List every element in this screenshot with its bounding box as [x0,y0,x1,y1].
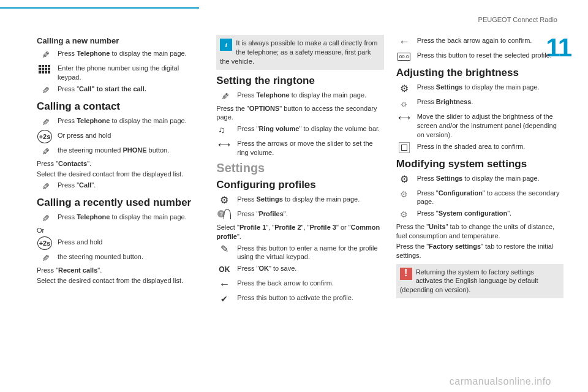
step-text: Press Telephone to display the main page… [58,48,204,58]
step-text: Press in the shaded area to confirm. [417,141,564,151]
step-text: Press the back arrow again to confirm. [417,35,564,45]
telephone-icon [37,48,53,61]
step-text: Press this button to enter a name for th… [237,243,383,262]
step-text: Press "Ring volume" to display the volum… [237,123,383,134]
heading-ringtone: Setting the ringtone [216,75,383,87]
gear-small-icon [396,187,412,201]
page-content: Calling a new number Press Telephone to … [37,34,564,307]
info-icon: i [220,39,232,51]
ring-volume-icon [216,123,232,137]
column-1: Calling a new number Press Telephone to … [37,34,204,307]
step-text: Press "Profiles". [237,208,383,219]
step-text: Press "System configuration". [417,208,564,218]
info-text: It is always possible to make a call dir… [220,39,377,65]
gear-icon [216,194,232,207]
checkmark-icon [216,292,232,306]
slider-arrows-icon [396,111,412,124]
step-text: Move the slider to adjust the brightness… [417,111,564,140]
telephone-icon [37,145,53,158]
body-text: Press "Contacts". [37,159,204,168]
heading-calling-recent: Calling a recently used number [37,197,204,209]
telephone-icon [37,115,53,129]
gear-icon [396,173,412,186]
edit-icon [216,243,232,256]
warning-callout: ! Returning the system to factory settin… [396,264,564,299]
heading-calling-new-number: Calling a new number [37,36,204,45]
gear-icon [396,81,412,95]
telephone-icon [216,89,232,103]
step-text: Or press and hold [58,130,204,140]
profiles-icon [216,208,232,222]
brightness-icon [396,96,412,110]
step-text: Press "OK" to save. [237,263,383,273]
step-text: Press "Call". [58,179,204,190]
step-text: Enter the phone number using the digital… [58,62,204,82]
heading-brightness: Adjusting the brightness [396,67,564,79]
shaded-area-icon [396,141,412,154]
warning-icon: ! [400,268,412,280]
ok-icon: OK [216,263,232,276]
heading-system-settings: Modifying system settings [396,158,564,170]
step-text: Press Telephone to display the main page… [58,211,204,222]
body-text: Select the desired contact from the disp… [37,170,204,179]
gear-small-icon [396,208,412,221]
heading-profiles: Configuring profiles [216,179,383,191]
slider-arrows-icon [216,138,232,151]
step-text: Press the back arrow to confirm. [237,277,383,288]
body-text: Select the desired contact from the disp… [37,276,204,285]
telephone-icon [37,251,53,265]
column-3: Press the back arrow again to confirm. 0… [396,34,564,307]
step-text: the steering mounted PHONE button. [58,145,204,155]
telephone-icon [37,83,53,97]
step-text: Press "Configuration" to access the seco… [417,187,564,207]
watermark: carmanualsonline.info [450,376,551,387]
step-text: Press the arrows or move the slider to s… [237,138,383,157]
reset-icon: 00.0 [396,50,412,63]
info-callout: i It is always possible to make a call d… [216,35,383,70]
page-header: PEUGEOT Connect Radio [478,16,557,23]
step-text: Press "Call" to start the call. [58,83,204,94]
top-accent-line [0,7,199,9]
press-hold-icon: +2s [37,236,53,250]
step-text: Press Brightness. [417,96,564,107]
body-text: Select "Profile 1", "Profile 2", "Profil… [216,223,383,241]
step-text: Press Telephone to display the main page… [237,89,383,100]
heading-settings: Settings [216,161,383,175]
press-hold-icon: +2s [37,130,53,143]
heading-calling-contact: Calling a contact [37,100,204,113]
step-text: the steering mounted button. [58,251,204,262]
telephone-icon [37,211,53,225]
telephone-icon [37,179,53,193]
body-text: Or [37,226,204,235]
step-text: Press and hold [58,236,204,247]
body-text: Press "Recent calls". [37,266,204,275]
step-text: Press this button to activate the profil… [237,292,383,303]
keypad-icon [37,62,53,76]
body-text: Press the "Units" tab to change the unit… [396,222,564,241]
step-text: Press this button to reset the selected … [417,50,564,60]
column-2: i It is always possible to make a call d… [216,34,383,307]
back-arrow-icon [396,35,412,48]
step-text: Press Telephone to display the main page… [58,115,204,126]
body-text: Press the "OPTIONS" button to access the… [216,104,383,123]
body-text: Press the "Factory settings" tab to rest… [396,242,564,260]
step-text: Press Settings to display the main page. [417,173,564,183]
step-text: Press Settings to display the main page. [237,194,383,204]
warning-text: Returning the system to factory settings… [400,268,538,294]
step-text: Press Settings to display the main page. [417,81,564,92]
back-arrow-icon [216,277,232,291]
